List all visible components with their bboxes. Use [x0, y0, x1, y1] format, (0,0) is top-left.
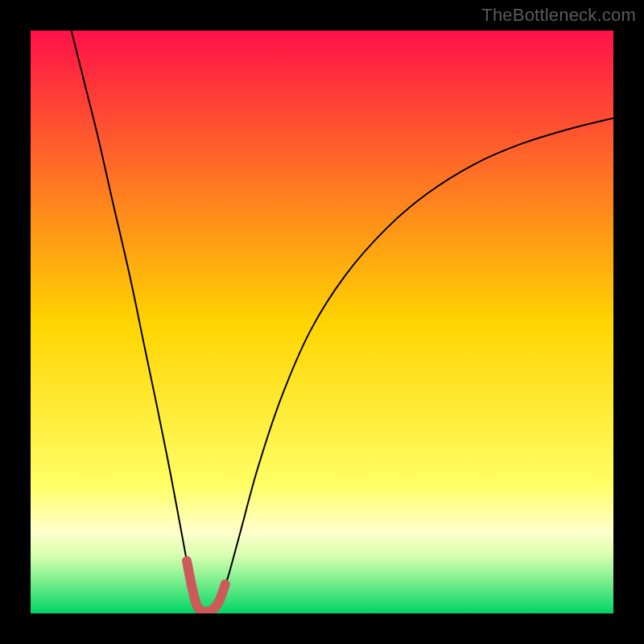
- watermark-label: TheBottleneck.com: [481, 5, 636, 26]
- chart-svg: [31, 31, 613, 613]
- chart-background: [31, 31, 613, 613]
- chart-frame: TheBottleneck.com: [0, 0, 644, 644]
- plot-area: [31, 31, 613, 613]
